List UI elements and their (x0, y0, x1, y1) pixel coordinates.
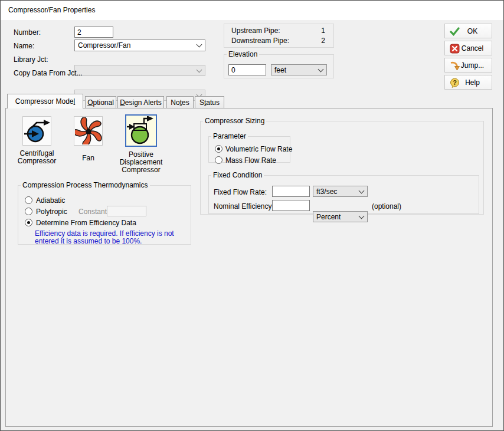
cancel-x-icon (450, 44, 460, 54)
compression-process-thermodynamics-legend: Compression Process Thermodynamics (21, 181, 150, 189)
elevation-legend: Elevation (227, 50, 259, 58)
help-button[interactable]: ? Help (444, 75, 492, 90)
cancel-button[interactable]: Cancel (444, 41, 492, 55)
help-question-icon: ? (450, 78, 460, 88)
copy-data-from-jct-label: Copy Data From Jct... (14, 69, 83, 77)
positive-displacement-compressor-button[interactable] (125, 114, 157, 147)
mass-flow-rate-label: Mass Flow Rate (225, 156, 276, 164)
chevron-down-icon (318, 66, 324, 72)
chevron-down-icon (359, 213, 365, 219)
name-label: Name: (14, 42, 34, 50)
fixed-flow-rate-unit-value: ft3/sec (316, 187, 337, 196)
svg-text:?: ? (453, 79, 457, 86)
name-combobox[interactable]: Compressor/Fan (74, 40, 205, 51)
help-button-label: Help (457, 78, 480, 87)
parameter-legend: Parameter (211, 132, 248, 140)
jump-arrow-icon (450, 61, 460, 71)
elevation-group: Elevation feet (224, 50, 334, 78)
nominal-efficiency-unit-value: Percent (316, 213, 341, 221)
jump-button[interactable]: Jump... (444, 58, 492, 73)
adiabatic-label: Adiabatic (36, 196, 65, 205)
elevation-unit-combobox[interactable]: feet (271, 64, 327, 75)
optional-hint: (optional) (372, 202, 401, 210)
parameter-group: Parameter Volumetric Flow Rate Mass Flow… (208, 132, 290, 163)
nominal-efficiency-label: Nominal Efficiency: (214, 202, 274, 210)
fan-icon (75, 117, 102, 144)
compressor-fan-properties-dialog: Compressor/Fan Properties Number: Name: … (0, 0, 504, 431)
downstream-pipe-value: 2 (321, 37, 325, 45)
fan-label: Fan (74, 154, 103, 162)
upstream-pipe-label: Upstream Pipe: (231, 27, 280, 35)
ok-check-icon (450, 27, 460, 37)
efficiency-note: Efficiency data is required. If efficien… (35, 230, 174, 245)
fixed-condition-legend: Fixed Condition (211, 171, 264, 179)
chevron-down-icon (197, 67, 202, 73)
connected-pipes-panel: Upstream Pipe: 1 Downstream Pipe: 2 (224, 24, 334, 48)
name-combobox-value: Compressor/Fan (78, 41, 130, 50)
fixed-flow-rate-input[interactable] (272, 186, 310, 197)
nominal-efficiency-input[interactable] (272, 200, 310, 211)
fan-button[interactable] (74, 116, 103, 146)
determine-from-efficiency-data-label: Determine From Efficiency Data (36, 219, 136, 227)
adiabatic-radio[interactable] (25, 196, 32, 204)
constant-input (107, 206, 146, 216)
tab-optional[interactable]: Optional (85, 96, 116, 108)
compressor-sizing-group: Compressor Sizing Parameter Volumetric F… (200, 117, 484, 215)
chevron-down-icon (197, 42, 202, 48)
positive-displacement-compressor-label: Positive Displacement Compressor (115, 151, 167, 174)
compression-process-thermodynamics-group: Compression Process Thermodynamics Adiab… (18, 181, 191, 245)
elevation-unit-value: feet (274, 66, 286, 74)
ok-button[interactable]: OK (444, 24, 492, 38)
mass-flow-rate-radio[interactable] (215, 156, 222, 164)
tab-design-alerts[interactable]: Design Alerts (117, 96, 164, 108)
downstream-pipe-row: Downstream Pipe: 2 (231, 37, 325, 45)
upstream-pipe-value: 1 (321, 27, 325, 35)
tab-status[interactable]: Status (195, 96, 224, 108)
title-bar: Compressor/Fan Properties (1, 1, 503, 20)
upstream-pipe-row: Upstream Pipe: 1 (231, 27, 325, 35)
fixed-condition-group: Fixed Condition Fixed Flow Rate: ft3/sec… (208, 171, 479, 214)
efficiency-note-line2: entered it is assumed to be 100%. (35, 238, 174, 245)
library-jct-label: Library Jct: (14, 55, 48, 64)
tab-compressor-model[interactable]: Compressor Model (7, 94, 83, 108)
compressor-sizing-legend: Compressor Sizing (203, 117, 266, 125)
window-title: Compressor/Fan Properties (8, 6, 95, 14)
constant-label: Constant: (78, 208, 109, 216)
polytropic-radio[interactable] (25, 208, 32, 215)
polytropic-label: Polytropic (36, 208, 67, 216)
number-input[interactable] (74, 27, 113, 38)
centrifugal-compressor-icon (24, 118, 51, 144)
fixed-flow-rate-unit-combobox[interactable]: ft3/sec (313, 186, 368, 197)
nominal-efficiency-unit-combobox[interactable]: Percent (313, 211, 368, 222)
centrifugal-compressor-label: Centrifugal Compressor (12, 150, 62, 165)
determine-from-efficiency-data-radio[interactable] (25, 219, 32, 226)
chevron-down-icon (359, 187, 365, 193)
number-label: Number: (14, 28, 41, 37)
volumetric-flow-rate-radio[interactable] (215, 145, 222, 153)
centrifugal-compressor-button[interactable] (22, 116, 51, 146)
elevation-input[interactable] (228, 64, 266, 75)
library-jct-combobox (74, 65, 205, 76)
downstream-pipe-label: Downstream Pipe: (231, 37, 289, 45)
volumetric-flow-rate-label: Volumetric Flow Rate (225, 145, 292, 153)
positive-displacement-compressor-icon (127, 116, 155, 146)
fixed-flow-rate-label: Fixed Flow Rate: (214, 188, 267, 196)
ok-button-label: OK (459, 27, 477, 35)
tab-notes[interactable]: Notes (166, 96, 194, 108)
